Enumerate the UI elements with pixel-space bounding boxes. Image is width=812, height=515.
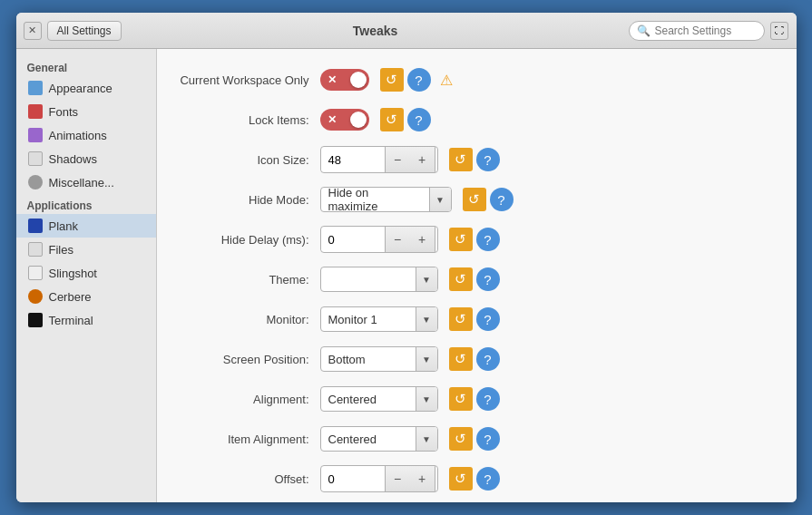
sidebar-item-appearance[interactable]: Appearance — [16, 76, 156, 100]
control-lock-items: ✕ ↺ ? — [320, 108, 778, 131]
help-button-hide-delay[interactable]: ? — [476, 228, 500, 251]
number-input-offset: − + — [320, 465, 438, 492]
label-hide-mode: Hide Mode: — [175, 193, 320, 207]
hide-delay-decrement[interactable]: − — [385, 227, 410, 252]
toggle-off-icon-lock: ✕ — [328, 113, 337, 126]
sidebar-label-shadows: Shadows — [49, 152, 97, 166]
refresh-button-screen-position[interactable]: ↺ — [449, 347, 473, 371]
action-icons-theme: ↺ ? — [449, 267, 500, 291]
all-settings-button[interactable]: All Settings — [47, 21, 122, 41]
help-button-monitor[interactable]: ? — [476, 307, 500, 331]
sidebar-item-cerbere[interactable]: Cerbere — [16, 285, 156, 308]
refresh-button-current-workspace[interactable]: ↺ — [380, 68, 404, 92]
hide-delay-value[interactable] — [321, 229, 385, 250]
dropdown-theme-arrow: ▼ — [416, 267, 437, 292]
refresh-button-icon-size[interactable]: ↺ — [449, 148, 473, 171]
dropdown-screen-position-arrow: ▼ — [416, 346, 437, 372]
dropdown-hide-mode-value: Hide on maximize — [321, 187, 429, 212]
misc-icon — [28, 175, 43, 189]
control-alignment: Centered ▼ ↺ ? — [320, 386, 778, 412]
warn-icon-current-workspace: ⚠ — [435, 68, 458, 92]
help-button-alignment[interactable]: ? — [476, 387, 500, 411]
sidebar-item-animations[interactable]: Animations — [16, 123, 156, 147]
help-button-screen-position[interactable]: ? — [476, 347, 500, 371]
sidebar-item-slingshot[interactable]: Slingshot — [16, 261, 156, 285]
row-offset: Offset: − + ↺ ? — [175, 462, 778, 495]
animations-icon — [28, 128, 43, 142]
dropdown-item-alignment[interactable]: Centered ▼ — [320, 426, 438, 452]
refresh-button-monitor[interactable]: ↺ — [449, 307, 473, 331]
control-monitor: Monitor 1 ▼ ↺ ? — [320, 306, 778, 332]
offset-increment[interactable]: + — [410, 466, 435, 491]
refresh-button-theme[interactable]: ↺ — [449, 267, 473, 291]
sidebar-label-fonts: Fonts — [49, 105, 79, 119]
sidebar-item-plank[interactable]: Plank — [16, 214, 156, 238]
sidebar-item-files[interactable]: Files — [16, 238, 156, 261]
icon-size-increment[interactable]: + — [410, 147, 435, 172]
toggle-knob — [350, 72, 367, 88]
hide-delay-increment[interactable]: + — [410, 227, 435, 252]
action-icons-monitor: ↺ ? — [449, 307, 500, 331]
help-button-theme[interactable]: ? — [476, 267, 500, 291]
toggle-current-workspace[interactable]: ✕ — [320, 69, 369, 91]
toggle-lock-items[interactable]: ✕ — [320, 109, 369, 131]
row-hide-delay: Hide Delay (ms): − + ↺ ? — [175, 223, 778, 256]
label-monitor: Monitor: — [175, 313, 320, 326]
dropdown-monitor-value: Monitor 1 — [321, 313, 416, 326]
applications-group-label: Applications — [16, 194, 156, 214]
control-hide-mode: Hide on maximize ▼ ↺ ? — [320, 187, 778, 212]
toggle-off-icon: ✕ — [328, 73, 337, 86]
sidebar-item-shadows[interactable]: Shadows — [16, 147, 156, 170]
dropdown-alignment-arrow: ▼ — [416, 386, 437, 412]
refresh-button-hide-delay[interactable]: ↺ — [449, 228, 473, 251]
titlebar-left: ✕ All Settings — [24, 21, 122, 41]
refresh-button-offset[interactable]: ↺ — [449, 467, 473, 491]
help-button-hide-mode[interactable]: ? — [490, 188, 514, 211]
sidebar-item-misc[interactable]: Miscellane... — [16, 170, 156, 194]
row-item-alignment: Item Alignment: Centered ▼ ↺ ? — [175, 423, 778, 455]
sidebar-item-fonts[interactable]: Fonts — [16, 100, 156, 123]
close-button[interactable]: ✕ — [24, 22, 42, 40]
fonts-icon — [28, 104, 43, 119]
help-button-lock-items[interactable]: ? — [407, 108, 431, 131]
refresh-button-item-alignment[interactable]: ↺ — [449, 427, 473, 451]
icon-size-decrement[interactable]: − — [385, 147, 410, 172]
help-button-item-alignment[interactable]: ? — [476, 427, 500, 451]
dropdown-screen-position[interactable]: Bottom ▼ — [320, 346, 438, 372]
cerbere-icon — [28, 289, 43, 304]
dropdown-alignment[interactable]: Centered ▼ — [320, 386, 438, 412]
label-lock-items: Lock Items: — [175, 113, 320, 127]
help-button-current-workspace[interactable]: ? — [407, 68, 431, 92]
window-title: Tweaks — [353, 24, 398, 38]
general-group-label: General — [16, 56, 156, 76]
main-content: General Appearance Fonts Animations — [16, 49, 797, 502]
sidebar-label-appearance: Appearance — [49, 82, 113, 95]
sidebar: General Appearance Fonts Animations — [16, 49, 157, 502]
offset-value[interactable] — [321, 469, 385, 490]
dropdown-theme[interactable]: ▼ — [320, 267, 438, 292]
refresh-button-hide-mode[interactable]: ↺ — [463, 188, 486, 211]
dropdown-monitor-arrow: ▼ — [416, 306, 437, 332]
refresh-button-alignment[interactable]: ↺ — [449, 387, 473, 411]
sidebar-item-terminal[interactable]: Terminal — [16, 308, 156, 332]
offset-decrement[interactable]: − — [385, 466, 410, 491]
icon-size-value[interactable] — [321, 150, 385, 170]
search-box[interactable]: 🔍 — [629, 21, 765, 41]
dropdown-item-alignment-arrow: ▼ — [416, 426, 437, 452]
help-button-offset[interactable]: ? — [476, 467, 500, 491]
help-button-icon-size[interactable]: ? — [476, 148, 500, 171]
label-theme: Theme: — [175, 273, 320, 287]
action-icons-alignment: ↺ ? — [449, 387, 500, 411]
row-current-workspace: Current Workspace Only ✕ ↺ ? ⚠ — [175, 63, 778, 96]
dropdown-monitor[interactable]: Monitor 1 ▼ — [320, 306, 438, 332]
label-screen-position: Screen Position: — [175, 353, 320, 366]
row-icon-size: Icon Size: − + ↺ ? — [175, 143, 778, 176]
row-monitor: Monitor: Monitor 1 ▼ ↺ ? — [175, 303, 778, 335]
control-hide-delay: − + ↺ ? — [320, 226, 778, 253]
search-input[interactable] — [654, 24, 757, 37]
action-icons-hide-delay: ↺ ? — [449, 228, 500, 251]
control-current-workspace: ✕ ↺ ? ⚠ — [320, 68, 778, 92]
refresh-button-lock-items[interactable]: ↺ — [380, 108, 404, 131]
dropdown-hide-mode[interactable]: Hide on maximize ▼ — [320, 187, 452, 212]
maximize-button[interactable]: ⛶ — [770, 22, 788, 40]
